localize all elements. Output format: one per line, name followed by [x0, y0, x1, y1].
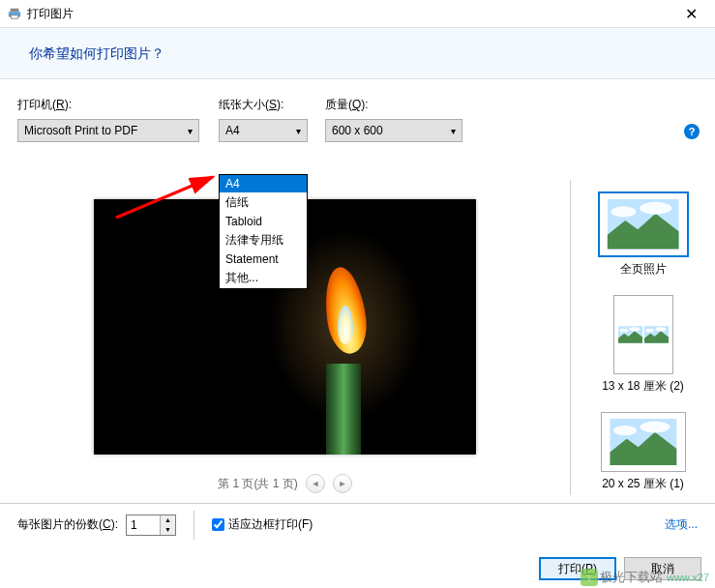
svg-rect-0 — [11, 9, 19, 13]
layout-item[interactable]: 13 x 18 厘米 (2) — [575, 291, 711, 398]
paper-group: 纸张大小(S): A4 ▾ — [219, 97, 308, 142]
quality-value: 600 x 600 — [332, 124, 383, 137]
fit-frame-checkbox[interactable]: 适应边框打印(F) — [212, 516, 313, 533]
spin-buttons[interactable]: ▲▼ — [160, 515, 175, 535]
spin-down[interactable]: ▼ — [161, 525, 175, 535]
close-icon[interactable]: ✕ — [675, 5, 707, 23]
paper-option[interactable]: 法律专用纸 — [220, 230, 307, 250]
svg-point-9 — [629, 327, 640, 331]
fit-frame-label: 适应边框打印(F) — [228, 516, 313, 533]
chevron-down-icon: ▾ — [188, 126, 193, 136]
printer-group: 打印机(R): Microsoft Print to PDF ▾ — [17, 97, 199, 142]
svg-point-8 — [619, 329, 628, 333]
next-page-button[interactable]: ► — [333, 474, 352, 493]
layout-label: 20 x 25 厘米 (1) — [602, 476, 684, 492]
paper-value: A4 — [225, 124, 240, 137]
paper-label: 纸张大小(S): — [219, 97, 308, 113]
paper-option[interactable]: A4 — [220, 175, 307, 192]
layouts-panel[interactable]: 全页照片13 x 18 厘米 (2)20 x 25 厘米 (1) — [570, 180, 715, 495]
header-question: 你希望如何打印图片？ — [29, 45, 686, 63]
paper-select[interactable]: A4 ▾ — [219, 119, 308, 142]
printer-value: Microsoft Print to PDF — [24, 124, 137, 137]
controls-row: 打印机(R): Microsoft Print to PDF ▾ 纸张大小(S)… — [0, 79, 715, 142]
svg-point-6 — [640, 202, 671, 215]
svg-point-12 — [655, 327, 666, 331]
cancel-button[interactable]: 取消 — [624, 557, 701, 580]
page-indicator: 第 1 页(共 1 页) ◄ ► — [218, 474, 352, 493]
paper-option[interactable]: 其他... — [220, 268, 307, 288]
header-band: 你希望如何打印图片？ — [0, 27, 715, 79]
svg-point-11 — [645, 329, 654, 333]
main-area: 第 1 页(共 1 页) ◄ ► 全页照片13 x 18 厘米 (2)20 x … — [0, 180, 715, 495]
copies-spinner[interactable]: ▲▼ — [126, 514, 176, 536]
copies-label: 每张图片的份数(C): — [17, 516, 118, 533]
printer-select[interactable]: Microsoft Print to PDF ▾ — [17, 119, 199, 142]
prev-page-button[interactable]: ◄ — [306, 474, 325, 493]
svg-rect-2 — [12, 15, 18, 19]
quality-group: 质量(Q): 600 x 600 ▾ — [325, 97, 462, 142]
help-icon[interactable]: ? — [684, 124, 700, 139]
titlebar: 打印图片 ✕ — [0, 0, 715, 27]
fit-frame-input[interactable] — [212, 518, 224, 531]
layout-label: 全页照片 — [620, 261, 667, 278]
chevron-down-icon: ▾ — [296, 126, 301, 136]
layout-item[interactable]: 20 x 25 厘米 (1) — [575, 408, 711, 495]
page-text: 第 1 页(共 1 页) — [218, 476, 298, 492]
quality-select[interactable]: 600 x 600 ▾ — [325, 119, 462, 142]
svg-point-14 — [613, 426, 637, 435]
printer-icon — [8, 7, 21, 20]
svg-point-5 — [611, 207, 636, 218]
paper-dropdown[interactable]: A4信纸Tabloid法律专用纸Statement其他... — [219, 174, 308, 289]
window-title: 打印图片 — [27, 6, 74, 22]
paper-option[interactable]: Tabloid — [220, 213, 307, 230]
svg-point-15 — [640, 422, 670, 433]
layout-item[interactable]: 全页照片 — [575, 188, 711, 281]
printer-label: 打印机(R): — [17, 97, 199, 113]
options-link[interactable]: 选项... — [665, 516, 698, 533]
bottom-bar: 每张图片的份数(C): ▲▼ 适应边框打印(F) 选项... — [0, 503, 715, 545]
paper-option[interactable]: Statement — [220, 250, 307, 268]
quality-label: 质量(Q): — [325, 97, 462, 113]
spin-up[interactable]: ▲ — [161, 515, 175, 525]
print-button[interactable]: 打印(P) — [539, 557, 616, 580]
paper-option[interactable]: 信纸 — [220, 192, 307, 213]
button-row: 打印(P) 取消 — [539, 557, 701, 580]
divider — [194, 511, 194, 540]
copies-input[interactable] — [127, 515, 160, 535]
layout-label: 13 x 18 厘米 (2) — [602, 378, 684, 395]
chevron-down-icon: ▾ — [451, 126, 456, 136]
